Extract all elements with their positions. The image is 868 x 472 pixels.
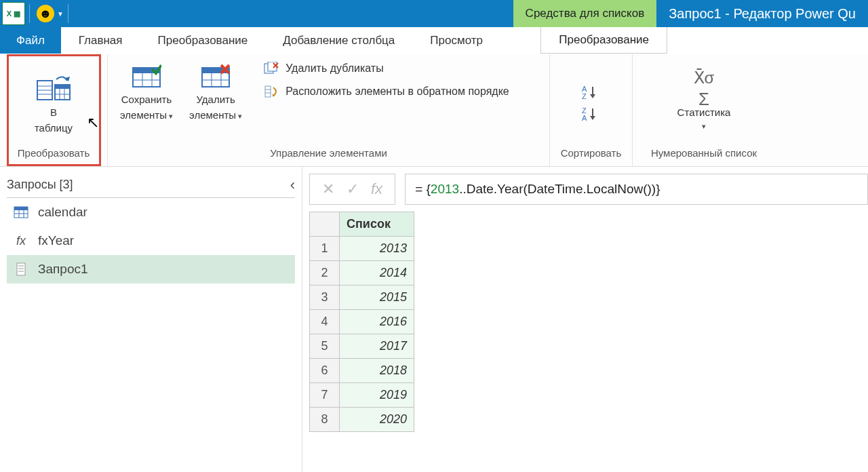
table-row[interactable]: 22014	[310, 261, 414, 286]
query-item-label: calendar	[38, 205, 87, 220]
remove-items-label-2: элементы	[189, 109, 242, 122]
tab-spacer	[667, 27, 868, 54]
reverse-items-icon	[262, 84, 280, 99]
list-cell[interactable]: 2017	[340, 334, 414, 359]
sort-ascending-button[interactable]: AZ	[582, 85, 601, 100]
qat-divider	[29, 4, 30, 23]
ribbon-group-numlist-label: Нумерованный список	[633, 147, 775, 166]
table-row[interactable]: 62018	[310, 359, 414, 383]
row-header[interactable]: 7	[310, 383, 340, 408]
tab-view[interactable]: Просмотр	[412, 27, 500, 54]
remove-duplicates-icon	[262, 61, 280, 76]
svg-rect-5	[55, 85, 70, 89]
sort-descending-button[interactable]: ZA	[582, 106, 601, 121]
ribbon-group-convert-label: Преобразовать	[0, 147, 107, 166]
remove-items-icon	[201, 61, 231, 91]
tab-context-transform[interactable]: Преобразование	[540, 27, 667, 54]
remove-duplicates-label: Удалить дубликаты	[285, 62, 384, 75]
to-table-button[interactable]: В таблицу	[29, 71, 78, 138]
fx-icon[interactable]: fx	[371, 180, 382, 198]
list-cell[interactable]: 2013	[340, 237, 414, 261]
row-header[interactable]: 4	[310, 310, 340, 334]
query-item-calendar[interactable]: calendar	[7, 198, 295, 227]
table-row[interactable]: 72019	[310, 383, 414, 408]
table-row[interactable]: 42016	[310, 310, 414, 334]
main-area: Запросы [3] ‹ calendarfxfxYearЗапрос1 ✕ …	[0, 167, 868, 472]
title-bar: X ▦ ☻ ▼ Средства для списков Запрос1 - Р…	[0, 0, 868, 27]
query-item-label: fxYear	[38, 233, 74, 248]
formula-bar: ✕ ✓ fx = {2013..Date.Year(DateTime.Local…	[309, 174, 868, 205]
keep-items-button[interactable]: Сохранить элементы	[115, 58, 178, 125]
list-cell[interactable]: 2014	[340, 261, 414, 286]
keep-items-icon	[132, 61, 161, 91]
collapse-queries-icon[interactable]: ‹	[290, 176, 295, 194]
tab-add-column[interactable]: Добавление столбца	[265, 27, 412, 54]
table-icon	[12, 206, 30, 218]
data-area: ✕ ✓ fx = {2013..Date.Year(DateTime.Local…	[302, 167, 868, 472]
ribbon-tabstrip: Файл Главная Преобразование Добавление с…	[0, 27, 868, 54]
fx-icon: fx	[12, 234, 30, 248]
tab-transform[interactable]: Преобразование	[140, 27, 266, 54]
row-header[interactable]: 6	[310, 359, 340, 383]
formula-input[interactable]: = {2013..Date.Year(DateTime.LocalNow())}	[405, 174, 868, 205]
row-header[interactable]: 2	[310, 261, 340, 286]
formula-cancel-icon[interactable]: ✕	[322, 180, 334, 198]
formula-text-num: 2013	[431, 182, 459, 197]
list-cell[interactable]: 2016	[340, 310, 414, 334]
formula-bar-controls: ✕ ✓ fx	[309, 174, 395, 205]
list-preview-table: Список 120132201432015420165201762018720…	[309, 212, 414, 432]
ribbon-group-manage: Сохранить элементы Удалить элементы	[108, 54, 550, 166]
query-item-label: Запрос1	[38, 262, 88, 277]
svg-text:A: A	[582, 114, 587, 121]
svg-rect-25	[265, 86, 271, 97]
remove-duplicates-button[interactable]: Удалить дубликаты	[257, 58, 515, 79]
list-cell[interactable]: 2018	[340, 359, 414, 383]
formula-text-prefix: = {	[415, 182, 431, 197]
list-cell[interactable]: 2019	[340, 383, 414, 408]
to-table-label-1: В	[50, 106, 57, 119]
ribbon-group-manage-label: Управление элементами	[108, 147, 549, 166]
query-item-fxYear[interactable]: fxfxYear	[7, 227, 295, 255]
smiley-icon[interactable]: ☻	[37, 5, 54, 22]
context-tools-title: Средства для списков	[513, 0, 657, 27]
svg-rect-35	[14, 207, 28, 210]
qat-divider-2	[68, 4, 68, 23]
ribbon: В таблицу ↖ Преобразовать Сохранить	[0, 54, 868, 167]
statistics-icon: X̄σΣ	[694, 74, 715, 104]
keep-items-label-1: Сохранить	[121, 94, 172, 106]
row-header[interactable]: 1	[310, 237, 340, 261]
queries-header: Запросы [3] ‹	[7, 172, 295, 198]
row-header[interactable]: 3	[310, 286, 340, 310]
keep-items-label-2: элементы	[120, 109, 173, 122]
corner-cell[interactable]	[310, 212, 340, 237]
qat-dropdown-icon[interactable]: ▼	[57, 10, 64, 18]
list-icon	[12, 262, 30, 276]
ribbon-group-numlist: X̄σΣ Статистика ▾ Нумерованный список	[633, 54, 775, 166]
table-row[interactable]: 12013	[310, 237, 414, 261]
statistics-drop-icon: ▾	[702, 122, 706, 132]
remove-items-label-1: Удалить	[196, 94, 235, 106]
svg-text:Z: Z	[582, 92, 587, 100]
ribbon-group-sort: AZ ZA Сортировать	[550, 54, 633, 166]
list-cell[interactable]: 2015	[340, 286, 414, 310]
reverse-items-button[interactable]: Расположить элементы в обратном порядке	[257, 81, 515, 102]
remove-items-button[interactable]: Удалить элементы	[184, 58, 248, 125]
row-header[interactable]: 8	[310, 408, 340, 432]
query-item-Запрос1[interactable]: Запрос1	[7, 255, 295, 283]
app-title: Запрос1 - Редактор Power Qu	[656, 0, 868, 27]
table-row[interactable]: 32015	[310, 286, 414, 310]
row-header[interactable]: 5	[310, 334, 340, 359]
cursor-icon: ↖	[87, 114, 99, 132]
statistics-button[interactable]: X̄σΣ Статистика ▾	[672, 71, 736, 134]
tab-file[interactable]: Файл	[0, 27, 61, 54]
tab-home[interactable]: Главная	[61, 27, 140, 54]
list-cell[interactable]: 2020	[340, 408, 414, 432]
to-table-label-2: таблицу	[35, 122, 73, 135]
table-row[interactable]: 52017	[310, 334, 414, 359]
list-column-header[interactable]: Список	[340, 212, 414, 237]
to-table-icon	[36, 74, 71, 104]
table-row[interactable]: 82020	[310, 408, 414, 432]
formula-accept-icon[interactable]: ✓	[347, 180, 359, 198]
ribbon-group-convert: В таблицу ↖ Преобразовать	[0, 54, 108, 166]
reverse-items-label: Расположить элементы в обратном порядке	[285, 85, 509, 98]
